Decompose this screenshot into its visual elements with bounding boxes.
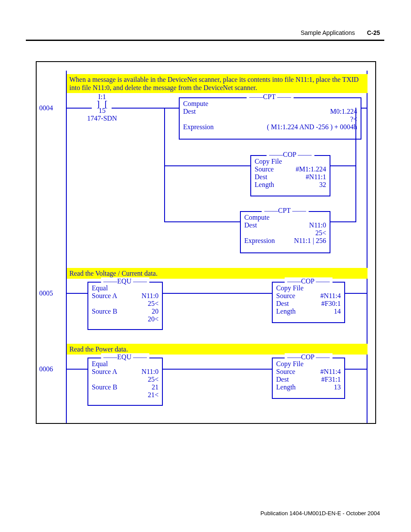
header-page-number: C-25 (367, 29, 380, 36)
param-label: Dest (276, 300, 289, 308)
block-title: ——COP —— (267, 151, 314, 159)
block-title: ——CPT —— (262, 207, 308, 215)
page-header: Sample Applications C-25 (301, 29, 380, 36)
param-label: Dest (183, 108, 196, 115)
param-label: Source A (92, 368, 117, 376)
wire (345, 293, 367, 294)
param-value: #F31:1 (321, 376, 341, 383)
block-name: Copy File (276, 284, 341, 292)
block-name: Compute (244, 214, 326, 221)
wire (330, 221, 356, 222)
cop-block: ——COP —— Copy File Source#M1:1.224 Dest#… (250, 155, 330, 196)
block-title: ——EQU —— (101, 277, 149, 285)
block-title: ——EQU —— (101, 353, 149, 361)
param-label: Expression (244, 237, 275, 245)
block-name: Equal (92, 284, 159, 292)
param-status: 25< (92, 376, 159, 383)
param-value: 14 (334, 308, 341, 315)
wire (163, 293, 272, 294)
wire (164, 221, 240, 222)
cpt-block: ——CPT —— Compute DestM0:1.224 ?< Express… (179, 97, 361, 140)
wire (66, 293, 87, 294)
param-label: Source (276, 292, 295, 300)
block-name: Copy File (276, 360, 341, 368)
param-value: #M1:1.224 (296, 165, 326, 173)
param-value: 21 (152, 383, 159, 391)
param-label: Source B (92, 308, 117, 315)
param-label: Expression (183, 123, 214, 131)
footer-publication: Publication 1404-UM001D-EN-E - October 2… (261, 510, 380, 516)
param-value: 13 (334, 383, 341, 391)
param-value: N11:1 | 256 (294, 237, 326, 245)
param-value: #F30:1 (321, 300, 341, 308)
param-label: Length (255, 181, 274, 189)
block-title: ——CPT —— (246, 93, 293, 101)
wire (164, 108, 179, 109)
rung-number: 0006 (39, 365, 53, 373)
wire (164, 108, 165, 221)
xic-device: 1747-SDN (85, 115, 119, 122)
param-status: 25< (244, 229, 326, 237)
param-status: 25< (92, 300, 159, 308)
wire (355, 108, 356, 221)
wire (345, 369, 367, 370)
ladder-diagram-frame: When a message is available in the Devic… (36, 61, 376, 424)
block-name: Copy File (255, 158, 326, 165)
param-label: Source A (92, 292, 117, 300)
block-name: Compute (183, 100, 357, 108)
wire (361, 108, 367, 109)
equ-block: ——EQU —— Equal Source AN11:0 25< Source … (87, 358, 163, 406)
param-value: N11:0 (309, 221, 326, 229)
rung-number: 0005 (39, 289, 53, 297)
param-value: N11:0 (142, 292, 159, 300)
param-value: N11:0 (142, 368, 159, 376)
wire (330, 165, 356, 166)
param-value: #N11:1 (306, 173, 326, 181)
param-status: 21< (92, 391, 159, 399)
xic-symbol: ] [ (85, 101, 119, 107)
param-label: Source (276, 368, 295, 376)
rung-number: 0004 (39, 104, 53, 112)
param-value: #N11:4 (321, 368, 341, 376)
param-status: ?< (183, 115, 357, 123)
header-rule (26, 40, 384, 41)
param-value: 20 (152, 308, 159, 315)
param-label: Source (255, 165, 274, 173)
wire (163, 369, 272, 370)
power-rail-right (367, 71, 367, 424)
wire (66, 369, 87, 370)
rung-comment: When a message is available in the Devic… (67, 74, 367, 93)
param-value: 32 (319, 181, 326, 189)
param-label: Dest (276, 376, 289, 383)
equ-block: ——EQU —— Equal Source AN11:0 25< Source … (87, 282, 163, 330)
param-label: Source B (92, 383, 117, 391)
param-value: #N11:4 (321, 292, 341, 300)
param-label: Dest (244, 221, 257, 229)
block-name: Equal (92, 360, 159, 368)
wire (112, 108, 164, 109)
cpt-block: ——CPT —— Compute DestN11:0 25< Expressio… (240, 211, 330, 253)
param-value: ( M1:1.224 AND -256 ) + 0004h (267, 123, 357, 131)
header-section: Sample Applications (301, 29, 355, 36)
param-label: Dest (255, 173, 267, 181)
cop-block: ——COP —— Copy File Source#N11:4 Dest#F30… (272, 282, 345, 323)
block-title: ——COP —— (285, 277, 333, 285)
wire (164, 165, 250, 166)
param-label: Length (276, 308, 296, 315)
page: Sample Applications C-25 Publication 140… (0, 0, 411, 532)
power-rail-left (66, 71, 67, 424)
cop-block: ——COP —— Copy File Source#N11:4 Dest#F31… (272, 358, 345, 399)
param-label: Length (276, 383, 296, 391)
block-title: ——COP —— (285, 353, 333, 361)
param-status: 20< (92, 315, 159, 323)
param-value: M0:1.224 (330, 108, 357, 115)
ladder-diagram: When a message is available in the Devic… (37, 62, 375, 423)
